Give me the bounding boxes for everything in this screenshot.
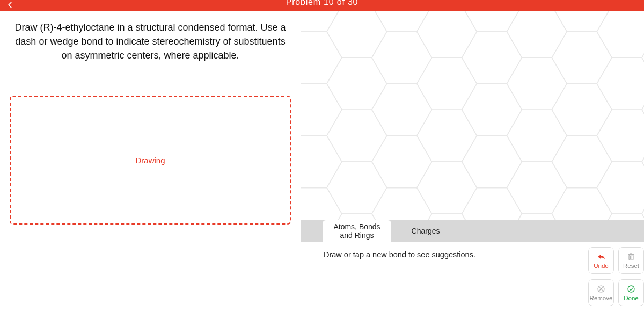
question-text: Draw (R)-4-ethyloctane in a structural c… — [10, 20, 291, 62]
undo-icon — [596, 252, 606, 262]
undo-button[interactable]: Undo — [588, 247, 614, 274]
check-icon — [626, 284, 636, 294]
back-icon[interactable] — [6, 0, 14, 11]
tool-tabs: Atoms, Bonds and Rings Charges — [301, 220, 644, 242]
tab-charges[interactable]: Charges — [391, 220, 460, 242]
drawing-dropzone[interactable]: Drawing — [10, 96, 291, 225]
reset-button[interactable]: Reset — [618, 247, 644, 274]
tool-panel: Atoms, Bonds and Rings Charges Draw or t… — [301, 220, 644, 333]
reset-label: Reset — [623, 263, 639, 269]
remove-icon — [596, 284, 606, 294]
right-panel: Atoms, Bonds and Rings Charges Draw or t… — [301, 11, 644, 333]
left-panel: Draw (R)-4-ethyloctane in a structural c… — [0, 11, 301, 333]
remove-label: Remove — [590, 295, 613, 301]
done-label: Done — [624, 295, 639, 301]
main-area: Draw (R)-4-ethyloctane in a structural c… — [0, 11, 644, 333]
undo-label: Undo — [594, 263, 609, 269]
trash-icon — [626, 252, 636, 262]
app-header: Problem 10 of 30 — [0, 0, 644, 11]
remove-button[interactable]: Remove — [588, 279, 614, 306]
svg-rect-122 — [629, 255, 633, 260]
tool-hint: Draw or tap a new bond to see suggestion… — [312, 250, 633, 259]
done-button[interactable]: Done — [618, 279, 644, 306]
svg-point-132 — [628, 286, 634, 292]
tool-panel-body: Draw or tap a new bond to see suggestion… — [301, 242, 644, 333]
tool-buttons: Undo Reset — [588, 247, 644, 306]
drawing-label: Drawing — [135, 156, 165, 165]
header-title: Problem 10 of 30 — [286, 0, 358, 7]
tab-atoms-bonds-rings[interactable]: Atoms, Bonds and Rings — [323, 220, 391, 242]
